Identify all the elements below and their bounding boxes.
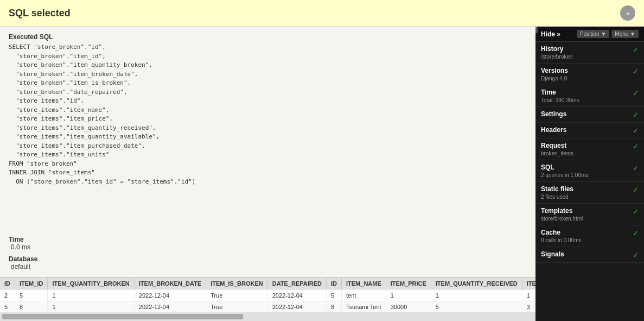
sidebar-item-subtitle: 2 queries in 1.00ms	[541, 172, 629, 178]
sidebar-item-checkbox[interactable]: ✓	[633, 251, 639, 259]
scroll-thumb[interactable]	[2, 314, 243, 319]
table-header-cell: ITEM_QUANTITY_BROKEN	[48, 278, 134, 290]
sidebar-item-subtitle: Django 4.0	[541, 75, 629, 81]
sidebar-item-checkbox[interactable]: ✓	[633, 111, 639, 119]
table-header-cell: ID	[326, 278, 341, 290]
menu-button[interactable]: Menu ▼	[611, 30, 639, 38]
sidebar-header-buttons: Position ▼ Menu ▼	[577, 30, 639, 38]
sidebar-item-title: Request	[541, 142, 629, 149]
horizontal-scrollbar[interactable]	[0, 312, 535, 321]
table-cell: 1	[431, 290, 522, 301]
sidebar-item-sql[interactable]: SQL2 queries in 1.00ms✓	[535, 160, 644, 182]
sidebar-item-content: Signals	[541, 250, 629, 259]
table-cell: True	[206, 301, 268, 313]
sidebar-item-title: History	[541, 45, 629, 53]
sidebar-item-content: Templatesstore/broken.html	[541, 207, 629, 222]
sidebar-item-checkbox[interactable]: ✓	[633, 142, 639, 150]
results-table: IDITEM_IDITEM_QUANTITY_BROKENITEM_BROKEN…	[0, 278, 535, 312]
table-cell: 1	[48, 290, 134, 301]
database-row: Database default	[0, 253, 535, 273]
table-cell: 8	[326, 301, 341, 313]
sidebar-item-signals[interactable]: Signals✓	[535, 247, 644, 263]
sidebar-item-content: Settings	[541, 110, 629, 119]
position-button[interactable]: Position ▼	[577, 30, 609, 38]
table-cell: 5	[431, 301, 522, 313]
table-header-cell: ITEM_PRICE	[386, 278, 431, 290]
time-row: Time 0.0 ms	[0, 234, 535, 253]
sidebar-item-title: SQL	[541, 163, 629, 171]
sidebar-item-title: Signals	[541, 250, 629, 258]
sidebar-item-title: Templates	[541, 207, 629, 215]
table-header-row: IDITEM_IDITEM_QUANTITY_BROKENITEM_BROKEN…	[0, 278, 535, 290]
table-row: 5812022-12-04True2022-12-048Tsunami Tent…	[0, 301, 535, 313]
sidebar-item-settings[interactable]: Settings✓	[535, 107, 644, 123]
sidebar-hide-label[interactable]: Hide »	[541, 30, 560, 38]
sidebar-item-checkbox[interactable]: ✓	[633, 46, 639, 54]
table-cell: 30000	[386, 301, 431, 313]
table-cell: 1	[48, 301, 134, 313]
header: SQL selected »	[0, 0, 644, 27]
table-header-cell: ITEM_NAME	[341, 278, 386, 290]
table-cell: 5	[326, 290, 341, 301]
sidebar-item-request[interactable]: Requestbroken_items✓	[535, 139, 644, 160]
sidebar-item-title: Static files	[541, 185, 629, 193]
table-cell: Tsunami Tent	[341, 301, 386, 313]
table-cell: 8	[15, 301, 48, 313]
collapse-sidebar-button[interactable]: ▶	[535, 27, 538, 33]
sidebar-item-subtitle: 0 calls in 0.00ms	[541, 237, 629, 243]
sql-label: Executed SQL	[9, 33, 527, 41]
table-cell: 2	[0, 290, 15, 301]
sql-code: SELECT "store_broken"."id", "store_broke…	[9, 43, 527, 186]
sidebar-item-subtitle: store/broken.html	[541, 216, 629, 222]
table-cell: 2022-12-04	[134, 301, 206, 313]
sidebar-item-checkbox[interactable]: ✓	[633, 186, 639, 194]
table-header-cell: ITEM_BROKEN_DATE	[134, 278, 206, 290]
sidebar-item-checkbox[interactable]: ✓	[633, 229, 639, 237]
sql-section: Executed SQL SELECT "store_broken"."id",…	[0, 27, 535, 234]
table-header-cell: ITEM	[522, 278, 535, 290]
sidebar-item-content: Static files2 files used	[541, 185, 629, 200]
table-cell: 1	[522, 290, 535, 301]
sidebar-item-content: Headers	[541, 126, 629, 135]
sidebar-item-content: TimeTotal: 390.36ms	[541, 89, 629, 103]
table-cell: 5	[0, 301, 15, 313]
table-header-cell: ITEM_ID	[15, 278, 48, 290]
table-row: 2512022-12-04True2022-12-045tent111	[0, 290, 535, 301]
database-label: Database	[9, 255, 37, 263]
database-value: default	[9, 263, 30, 270]
sidebar-item-headers[interactable]: Headers✓	[535, 123, 644, 139]
sidebar-item-checkbox[interactable]: ✓	[633, 89, 639, 97]
time-label: Time	[9, 236, 24, 243]
left-panel: Executed SQL SELECT "store_broken"."id",…	[0, 27, 535, 321]
nav-forward-button[interactable]: »	[620, 5, 635, 21]
sidebar-item-content: Cache0 calls in 0.00ms	[541, 229, 629, 243]
sidebar-item-templates[interactable]: Templatesstore/broken.html✓	[535, 204, 644, 225]
sidebar-item-checkbox[interactable]: ✓	[633, 164, 639, 172]
table-cell: 5	[15, 290, 48, 301]
sidebar-item-content: SQL2 queries in 1.00ms	[541, 163, 629, 178]
time-value: 0.0 ms	[9, 243, 30, 251]
sidebar-item-static-files[interactable]: Static files2 files used✓	[535, 182, 644, 204]
sidebar-item-versions[interactable]: VersionsDjango 4.0✓	[535, 64, 644, 85]
sidebar-item-title: Settings	[541, 110, 629, 118]
sidebar-header: Hide » Position ▼ Menu ▼	[535, 27, 644, 42]
sidebar-item-history[interactable]: History/store/broken✓	[535, 42, 644, 64]
sidebar-item-title: Cache	[541, 229, 629, 236]
sidebar-item-subtitle: /store/broken	[541, 54, 629, 60]
sidebar-item-checkbox[interactable]: ✓	[633, 127, 639, 135]
sidebar-item-checkbox[interactable]: ✓	[633, 207, 639, 216]
sidebar-item-subtitle: Total: 390.36ms	[541, 97, 629, 103]
results-table-container: IDITEM_IDITEM_QUANTITY_BROKENITEM_BROKEN…	[0, 277, 535, 312]
table-header-cell: ITEM_IS_BROKEN	[206, 278, 268, 290]
sidebar-item-title: Time	[541, 89, 629, 96]
sidebar-item-checkbox[interactable]: ✓	[633, 67, 639, 75]
table-cell: 2022-12-04	[267, 301, 326, 313]
sidebar-item-title: Versions	[541, 67, 629, 74]
sidebar-item-time[interactable]: TimeTotal: 390.36ms✓	[535, 85, 644, 107]
table-cell: 2022-12-04	[134, 290, 206, 301]
sidebar-items: History/store/broken✓VersionsDjango 4.0✓…	[535, 42, 644, 263]
sidebar-item-cache[interactable]: Cache0 calls in 0.00ms✓	[535, 225, 644, 247]
table-cell: True	[206, 290, 268, 301]
sidebar-item-content: VersionsDjango 4.0	[541, 67, 629, 81]
table-header-cell: DATE_REPAIRED	[267, 278, 326, 290]
